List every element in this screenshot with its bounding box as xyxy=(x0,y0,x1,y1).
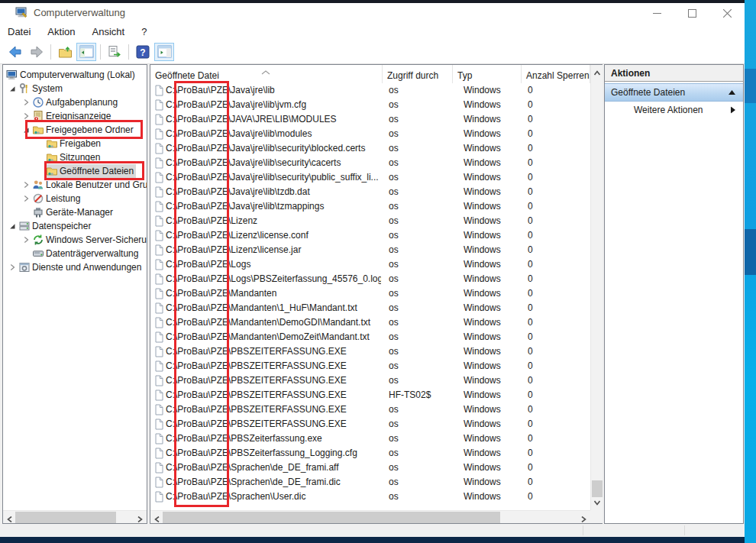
open-file-row[interactable]: C:\ProBau\PZE\Java\jre\lib\security\publ… xyxy=(150,170,590,185)
tree-item-geräte-manager[interactable]: Geräte-Manager xyxy=(3,205,147,219)
tree-item-label: Computerverwaltung (Lokal) xyxy=(20,69,135,80)
device-icon xyxy=(32,206,46,218)
open-file-row[interactable]: C:\ProBau\PZE\Java\jre\lib\jvm.cfgosWind… xyxy=(150,98,590,112)
console-window-toggle-button[interactable] xyxy=(76,43,96,61)
tree-item-label: Datenträgerverwaltung xyxy=(46,248,138,259)
scroll-down-icon[interactable] xyxy=(594,497,600,508)
open-file-row[interactable]: C:\ProBau\PZE\Sprachen\de_DE_frami.dicos… xyxy=(150,475,590,490)
column-header-zugriff-durch[interactable]: Zugriff durch xyxy=(383,65,453,83)
tree-expand-icon[interactable] xyxy=(6,261,18,273)
show-action-pane-button[interactable] xyxy=(154,43,174,61)
open-file-row[interactable]: C:\ProBau\PZE\LogsosWindows0 xyxy=(150,257,590,272)
open-file-row[interactable]: C:\ProBau\PZE\LizenzosWindows0 xyxy=(150,214,590,228)
open-file-row[interactable]: C:\ProBau\PZE\Java\jre\lib\security\cace… xyxy=(150,156,590,170)
open-file-row[interactable]: C:\ProBau\PZE\PBSZEITERFASSUNG.EXEosWind… xyxy=(150,359,590,373)
show-console-tree-button[interactable] xyxy=(55,43,75,61)
close-button[interactable] xyxy=(709,3,745,23)
open-file-row[interactable]: C:\ProBau\PZE\Mandanten\DemoGDI\Mandant.… xyxy=(150,315,590,330)
tree-expand-icon[interactable] xyxy=(20,192,32,205)
open-file-row[interactable]: C:\ProBau\PZE\PBSZeiterfassung_Logging.c… xyxy=(150,446,590,461)
tree-item-datenspeicher[interactable]: Datenspeicher xyxy=(3,219,147,233)
open-file-row[interactable]: C:\ProBau\PZE\PBSZEITERFASSUNG.EXEosWind… xyxy=(150,417,590,431)
tree-collapse-icon[interactable] xyxy=(6,220,18,232)
help-button[interactable]: ? xyxy=(133,43,153,61)
menu-item-datei[interactable]: Datei xyxy=(8,26,31,37)
submenu-right-icon[interactable] xyxy=(731,107,735,114)
cell-typ: Windows xyxy=(464,317,525,328)
action-item-weitere-aktionen[interactable]: Weitere Aktionen xyxy=(605,102,743,118)
tree-item-content: Leistung xyxy=(32,192,82,205)
list-header: Geöffnete DateiZugriff durchTypAnzahl Sp… xyxy=(150,65,590,83)
scroll-left-icon[interactable] xyxy=(154,514,160,525)
open-file-row[interactable]: C:\ProBau\PZE\Java\jre\lib\security\bloc… xyxy=(150,141,590,156)
open-file-row[interactable]: C:\ProBau\PZE\PBSZEITERFASSUNG.EXEosWind… xyxy=(150,344,590,359)
back-button[interactable] xyxy=(5,43,25,61)
menu-item-?[interactable]: ? xyxy=(141,26,147,37)
tree-item-datenträgerverwaltung[interactable]: Datenträgerverwaltung xyxy=(3,247,147,260)
file-icon xyxy=(154,99,164,113)
tree-item-aufgabenplanung[interactable]: Aufgabenplanung xyxy=(3,95,147,109)
tree-item-leistung[interactable]: Leistung xyxy=(3,192,147,205)
tree-item-dienste-und-anwendungen[interactable]: Dienste und Anwendungen xyxy=(3,260,147,274)
forward-button[interactable] xyxy=(27,43,47,61)
scroll-right-icon[interactable] xyxy=(580,514,586,525)
tree-item-freigegebene-ordner[interactable]: Freigegebene Ordner xyxy=(3,123,147,137)
cell-geoeffnete-datei: C:\ProBau\PZE\Lizenz\license.conf xyxy=(166,230,381,241)
open-file-row[interactable]: C:\ProBau\PZE\Mandanten\DemoZeit\Mandant… xyxy=(150,330,590,344)
tree-item-freigaben[interactable]: Freigaben xyxy=(3,137,147,150)
open-file-row[interactable]: C:\ProBau\PZE\Java\jre\lib\modulesosWind… xyxy=(150,127,590,141)
open-file-row[interactable]: C:\ProBau\PZE\Sprachen\User.dicosWindows… xyxy=(150,490,590,504)
open-file-row[interactable]: C:\ProBau\PZE\PBSZEITERFASSUNG.EXEosWind… xyxy=(150,402,590,417)
list-vertical-scrollbar[interactable] xyxy=(590,65,603,511)
open-file-row[interactable]: C:\ProBau\PZE\MandantenosWindows0 xyxy=(150,286,590,301)
list-horizontal-scrollbar[interactable] xyxy=(150,510,590,523)
open-file-row[interactable]: C:\ProBau\PZE\Lizenz\license.confosWindo… xyxy=(150,228,590,243)
scroll-left-icon[interactable] xyxy=(7,514,13,525)
open-file-row[interactable]: C:\ProBau\PZE\Logs\PBSZeiterfassung_4557… xyxy=(150,272,590,286)
tree-expand-icon[interactable] xyxy=(20,96,32,108)
open-files-list-panel: Geöffnete DateiZugriff durchTypAnzahl Sp… xyxy=(150,64,603,524)
maximize-button[interactable] xyxy=(674,3,709,23)
tree-collapse-icon[interactable] xyxy=(6,82,18,95)
export-list-button[interactable] xyxy=(105,43,124,61)
tree-item-ereignisanzeige[interactable]: Ereignisanzeige xyxy=(3,109,147,123)
tree-item-windows-server-sicheru[interactable]: Windows Server-Sicheru xyxy=(3,233,147,247)
menu-item-aktion[interactable]: Aktion xyxy=(47,26,75,37)
tree-expand-icon[interactable] xyxy=(20,179,32,191)
scroll-right-icon[interactable] xyxy=(137,514,143,525)
open-file-row[interactable]: C:\ProBau\PZE\PBSZeiterfassung.exeosWind… xyxy=(150,431,590,446)
scroll-up-icon[interactable] xyxy=(594,68,600,79)
tree-item-sitzungen[interactable]: Sitzungen xyxy=(3,150,147,164)
tree-item-geöffnete-dateien[interactable]: Geöffnete Dateien xyxy=(3,164,147,178)
open-file-row[interactable]: C:\ProBau\PZE\Mandanten\1_HuF\Mandant.tx… xyxy=(150,301,590,315)
column-header-anzahl-sperren[interactable]: Anzahl Sperren xyxy=(522,65,590,83)
open-file-row[interactable]: C:\ProBau\PZE\Java\jre\lib\tzmappingsosW… xyxy=(150,199,590,214)
tree-item-system[interactable]: System xyxy=(3,82,147,95)
column-header-geöffnete-datei[interactable]: Geöffnete Datei xyxy=(150,65,383,83)
tree-expand-icon[interactable] xyxy=(20,234,32,246)
tree-item-label: Ereignisanzeige xyxy=(46,111,111,121)
open-file-row[interactable]: C:\ProBau\PZE\Java\jre\libosWindows0 xyxy=(150,83,590,98)
file-icon xyxy=(154,273,164,287)
scrollbar-thumb[interactable] xyxy=(163,512,500,523)
column-header-typ[interactable]: Typ xyxy=(453,65,522,83)
open-file-row[interactable]: C:\ProBau\PZE\Sprachen\de_DE_frami.affos… xyxy=(150,461,590,475)
collapse-up-icon[interactable] xyxy=(729,90,735,95)
tree-collapse-icon[interactable] xyxy=(20,124,32,136)
tree-chevron-spacer xyxy=(34,165,46,177)
scrollbar-thumb[interactable] xyxy=(592,480,603,497)
open-file-row[interactable]: C:\ProBau\PZE\PBSZEITERFASSUNG.EXEosWind… xyxy=(150,373,590,388)
open-file-row[interactable]: C:\ProBau\PZE\JAVA\JRE\LIB\MODULESosWind… xyxy=(150,112,590,127)
tree-expand-icon[interactable] xyxy=(20,110,32,122)
action-item-geöffnete-dateien[interactable]: Geöffnete Dateien xyxy=(605,83,743,102)
tree-item-computerverwaltung-lokal-[interactable]: Computerverwaltung (Lokal) xyxy=(3,68,147,82)
open-file-row[interactable]: C:\ProBau\PZE\Java\jre\lib\tzdb.datosWin… xyxy=(150,185,590,199)
minimize-button[interactable] xyxy=(639,3,674,23)
menu-item-ansicht[interactable]: Ansicht xyxy=(92,26,125,37)
tree-horizontal-scrollbar[interactable] xyxy=(3,510,147,523)
tree-item-content: Freigaben xyxy=(46,137,103,150)
open-file-row[interactable]: C:\ProBau\PZE\PBSZEITERFASSUNG.EXEHF-TS0… xyxy=(150,388,590,402)
open-file-row[interactable]: C:\ProBau\PZE\Lizenz\license.jarosWindow… xyxy=(150,243,590,257)
tree-item-lokale-benutzer-und-gru[interactable]: Lokale Benutzer und Gru xyxy=(3,178,147,192)
scrollbar-thumb[interactable] xyxy=(15,512,116,523)
